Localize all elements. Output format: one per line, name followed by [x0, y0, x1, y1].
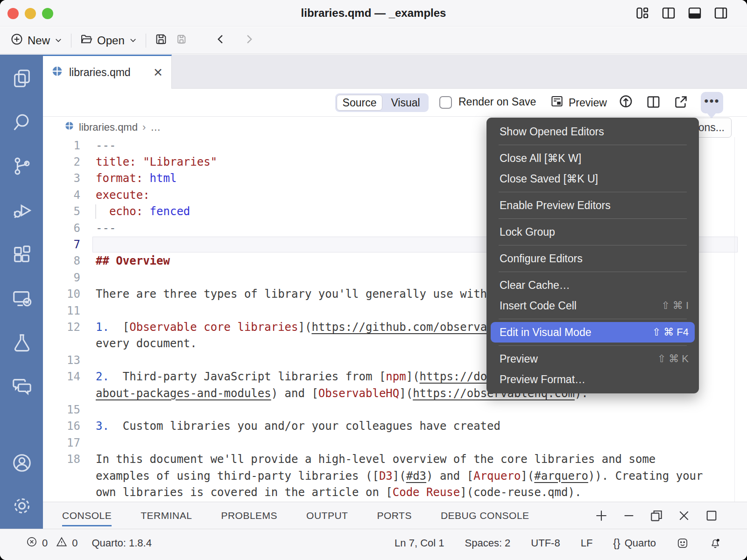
- navigate-forward-icon[interactable]: [242, 33, 255, 49]
- eol-status[interactable]: LF: [581, 537, 593, 549]
- customize-layout-icon[interactable]: [635, 6, 650, 22]
- split-editor-icon[interactable]: [646, 94, 661, 112]
- braces-icon: {}: [613, 537, 620, 550]
- new-button[interactable]: New: [10, 33, 63, 49]
- quarto-file-icon: [64, 121, 74, 133]
- code-text: every document.: [96, 337, 197, 350]
- more-actions-menu: Show Opened EditorsClose All [⌘K W]Close…: [486, 118, 699, 393]
- panel-minimize-icon[interactable]: [621, 508, 636, 525]
- preview-button[interactable]: Preview: [550, 94, 607, 111]
- feedback-smiley-icon[interactable]: [677, 537, 689, 549]
- breadcrumb-more[interactable]: …: [150, 121, 161, 133]
- menu-item-lock-group[interactable]: Lock Group: [486, 222, 699, 242]
- more-actions-button[interactable]: •••: [701, 92, 723, 113]
- panel-tab-terminal[interactable]: TERMINAL: [141, 502, 192, 529]
- line-number: 8: [43, 254, 80, 267]
- indentation-status[interactable]: Spaces: 2: [465, 537, 511, 549]
- source-control-icon[interactable]: [11, 155, 33, 177]
- search-icon[interactable]: [11, 112, 33, 133]
- run-debug-icon[interactable]: [11, 200, 33, 221]
- render-on-save-label: Render on Save: [458, 96, 536, 108]
- code-line[interactable]: 17: [43, 434, 747, 451]
- line-number: 12: [43, 321, 80, 334]
- notifications-bell-icon[interactable]: [709, 537, 721, 549]
- more-actions-notch: [707, 113, 716, 119]
- code-line[interactable]: examples of using third-party libraries …: [43, 468, 747, 484]
- new-label: New: [28, 34, 50, 47]
- cursor-position-status[interactable]: Ln 7, Col 1: [395, 537, 444, 549]
- panel-maximize-icon[interactable]: [704, 508, 719, 525]
- folder-open-icon: [80, 33, 93, 49]
- breadcrumb-file: libraries.qmd: [79, 121, 138, 133]
- menu-separator: [499, 345, 687, 346]
- toolbar-divider: [146, 34, 146, 48]
- menu-item-close-all-k-w[interactable]: Close All [⌘K W]: [486, 148, 699, 168]
- code-text: echo: fenced: [96, 205, 190, 218]
- menu-item-preview-format[interactable]: Preview Format…: [486, 369, 699, 390]
- indent-guide: [95, 204, 96, 219]
- source-mode-button[interactable]: Source: [337, 95, 382, 111]
- menu-item-edit-in-visual-mode[interactable]: Edit in Visual Mode⇧ ⌘ F4: [491, 322, 695, 343]
- language-mode-status[interactable]: {} Quarto: [613, 537, 656, 550]
- split-editor-layout-icon[interactable]: [661, 6, 676, 22]
- open-external-icon[interactable]: [673, 94, 689, 112]
- menu-item-configure-editors[interactable]: Configure Editors: [486, 248, 699, 269]
- panel-add-icon[interactable]: [594, 508, 609, 525]
- menu-item-insert-code-cell[interactable]: Insert Code Cell⇧ ⌘ I: [486, 295, 699, 316]
- menu-item-label: Edit in Visual Mode: [500, 326, 591, 339]
- tab-libraries-qmd[interactable]: libraries.qmd ✕: [43, 55, 172, 89]
- save-all-icon[interactable]: [174, 33, 187, 49]
- account-icon[interactable]: [11, 452, 33, 474]
- testing-icon[interactable]: [11, 332, 33, 353]
- toggle-panel-icon[interactable]: [687, 6, 702, 22]
- panel-restore-icon[interactable]: [649, 508, 664, 525]
- panel-tab-ports[interactable]: PORTS: [377, 502, 411, 529]
- source-label: Source: [343, 97, 377, 109]
- panel-close-icon[interactable]: [677, 508, 691, 525]
- panel-tab-output[interactable]: OUTPUT: [306, 502, 348, 529]
- toggle-secondary-sidebar-icon[interactable]: [713, 6, 728, 22]
- eol-label: LF: [581, 537, 593, 549]
- app-window: libraries.qmd — _examples New Open: [0, 0, 747, 560]
- open-button[interactable]: Open: [80, 33, 137, 49]
- panel-tab-debug-console[interactable]: DEBUG CONSOLE: [441, 502, 529, 529]
- code-text: There are three types of library you'll …: [96, 287, 521, 301]
- code-text: own libraries is covered in the article …: [96, 486, 581, 499]
- line-number: 16: [43, 420, 80, 433]
- visual-mode-button[interactable]: Visual: [382, 97, 429, 109]
- problems-status[interactable]: 0 0: [26, 536, 78, 551]
- editor-action-bar: Source Visual Render on Save Preview •••: [43, 89, 747, 117]
- code-line[interactable]: 163. Custom libraries you and/or your co…: [43, 418, 747, 434]
- code-text: title: "Libraries": [96, 155, 217, 168]
- save-icon[interactable]: [155, 33, 168, 49]
- menu-item-close-saved-k-u[interactable]: Close Saved [⌘K U]: [486, 168, 699, 189]
- settings-gear-icon[interactable]: [11, 495, 33, 517]
- render-icon[interactable]: [618, 94, 634, 112]
- tab-label: libraries.qmd: [69, 66, 131, 79]
- remote-explorer-icon[interactable]: [11, 288, 33, 309]
- menu-item-preview[interactable]: Preview⇧ ⌘ K: [486, 349, 699, 369]
- chevron-down-icon: [129, 34, 137, 47]
- extensions-icon[interactable]: [11, 244, 33, 265]
- explorer-icon[interactable]: [11, 68, 33, 89]
- menu-separator: [499, 245, 687, 245]
- render-on-save-checkbox[interactable]: [439, 96, 452, 109]
- breadcrumb-chevron-icon: ›: [142, 121, 146, 133]
- menu-item-label: Preview Format…: [500, 373, 585, 386]
- menu-item-show-opened-editors[interactable]: Show Opened Editors: [486, 121, 699, 142]
- comments-icon[interactable]: [11, 376, 33, 397]
- panel-tab-problems[interactable]: PROBLEMS: [221, 502, 277, 529]
- menu-separator: [499, 319, 687, 319]
- close-tab-icon[interactable]: ✕: [153, 66, 163, 79]
- code-line[interactable]: 15: [43, 401, 747, 418]
- panel-tab-console[interactable]: CONSOLE: [62, 502, 112, 529]
- menu-item-enable-preview-editors[interactable]: Enable Preview Editors: [486, 195, 699, 216]
- line-number: 17: [43, 436, 80, 449]
- menu-item-clear-cache[interactable]: Clear Cache…: [486, 275, 699, 295]
- code-line[interactable]: own libraries is covered in the article …: [43, 484, 747, 500]
- quarto-version-status[interactable]: Quarto: 1.8.4: [92, 537, 152, 549]
- encoding-status[interactable]: UTF-8: [531, 537, 560, 549]
- navigate-back-icon[interactable]: [214, 33, 227, 49]
- menu-item-shortcut: ⇧ ⌘ K: [657, 353, 689, 365]
- code-line[interactable]: 18In this document we'll provide a high-…: [43, 451, 747, 467]
